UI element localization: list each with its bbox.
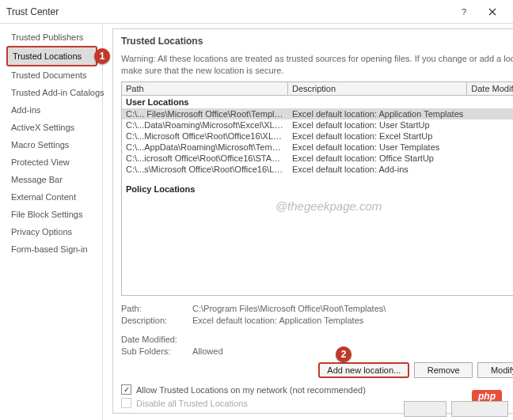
detail-date-label: Date Modified: xyxy=(121,335,192,344)
allow-network-option[interactable]: Allow Trusted Locations on my network (n… xyxy=(121,383,513,396)
help-button[interactable]: ? xyxy=(450,2,478,21)
detail-subfolders-label: Sub Folders: xyxy=(121,346,192,356)
trusted-locations-panel: Trusted Locations Warning: All these loc… xyxy=(112,28,513,414)
col-date-modified[interactable]: Date Modified ▾ xyxy=(467,82,513,95)
sidebar-item-trusted-publishers[interactable]: Trusted Publishers xyxy=(6,28,97,46)
ok-button[interactable]: OK xyxy=(404,401,446,417)
detail-subfolders-value: Allowed xyxy=(192,346,513,356)
content: Trusted Locations Warning: All these loc… xyxy=(103,24,513,420)
checkbox-icon[interactable] xyxy=(121,384,131,395)
cancel-button[interactable]: Cancel xyxy=(451,401,508,417)
col-path[interactable]: Path xyxy=(122,82,288,95)
close-button[interactable] xyxy=(478,2,507,21)
warning-text: Warning: All these locations are treated… xyxy=(121,53,513,77)
sidebar-item-trusted-addin-catalogs[interactable]: Trusted Add-in Catalogs xyxy=(6,84,97,101)
sidebar-item-message-bar[interactable]: Message Bar xyxy=(6,171,97,188)
details-block: Path: C:\Program Files\Microsoft Office\… xyxy=(121,304,513,356)
sidebar: Trusted Publishers Trusted Locations 1 T… xyxy=(0,24,103,420)
locations-table[interactable]: Path Description Date Modified ▾ User Lo… xyxy=(121,81,513,296)
col-description[interactable]: Description xyxy=(288,82,467,95)
section-user-locations: User Locations xyxy=(122,96,513,108)
callout-2: 2 xyxy=(336,346,352,362)
table-row[interactable]: C:\...icrosoft Office\Root\Office16\STAR… xyxy=(122,153,513,164)
sidebar-item-trusted-documents[interactable]: Trusted Documents xyxy=(6,66,97,84)
dialog-footer: OK Cancel xyxy=(404,401,508,417)
callout-1: 1 xyxy=(94,48,110,64)
sidebar-item-form-based-signin[interactable]: Form-based Sign-in xyxy=(6,240,97,258)
detail-desc-value: Excel default location: Application Temp… xyxy=(192,316,513,325)
detail-path-label: Path: xyxy=(121,304,192,313)
table-row[interactable]: C:\...Microsoft Office\Root\Office16\XLS… xyxy=(122,131,513,142)
panel-title: Trusted Locations xyxy=(121,36,513,47)
detail-desc-label: Description: xyxy=(121,316,192,325)
table-header: Path Description Date Modified ▾ xyxy=(122,82,513,96)
window-title: Trust Center xyxy=(6,6,450,17)
detail-path-value: C:\Program Files\Microsoft Office\Root\T… xyxy=(192,304,513,313)
sidebar-item-label: Trusted Locations xyxy=(13,51,82,61)
sidebar-item-trusted-locations[interactable]: Trusted Locations 1 xyxy=(6,46,97,66)
table-row[interactable]: C:\... Files\Microsoft Office\Root\Templ… xyxy=(122,108,513,119)
add-new-location-button[interactable]: Add new location... xyxy=(318,362,409,378)
sidebar-item-privacy-options[interactable]: Privacy Options xyxy=(6,223,97,240)
sidebar-item-addins[interactable]: Add-ins xyxy=(6,101,97,119)
table-row[interactable]: C:\...s\Microsoft Office\Root\Office16\L… xyxy=(122,164,513,175)
sidebar-item-external-content[interactable]: External Content xyxy=(6,188,97,206)
sidebar-item-activex-settings[interactable]: ActiveX Settings xyxy=(6,119,97,136)
main-area: Trusted Publishers Trusted Locations 1 T… xyxy=(0,24,513,420)
sidebar-item-macro-settings[interactable]: Macro Settings xyxy=(6,136,97,153)
titlebar: Trust Center ? xyxy=(0,0,513,24)
sidebar-item-protected-view[interactable]: Protected View xyxy=(6,153,97,171)
watermark-text: @thegeekpage.com xyxy=(276,199,382,212)
section-policy-locations: Policy Locations xyxy=(122,183,513,195)
sidebar-item-file-block-settings[interactable]: File Block Settings xyxy=(6,206,97,223)
button-row: 2 Add new location... Remove Modify... xyxy=(121,362,513,378)
table-row[interactable]: C:\...Data\Roaming\Microsoft\Excel\XLSTA… xyxy=(122,119,513,131)
remove-button[interactable]: Remove xyxy=(414,362,473,378)
modify-button[interactable]: Modify... xyxy=(477,362,513,378)
close-icon xyxy=(488,8,496,16)
detail-date-value xyxy=(192,335,513,344)
table-row[interactable]: C:\...AppData\Roaming\Microsoft\Template… xyxy=(122,142,513,153)
checkbox-icon[interactable] xyxy=(121,398,131,408)
